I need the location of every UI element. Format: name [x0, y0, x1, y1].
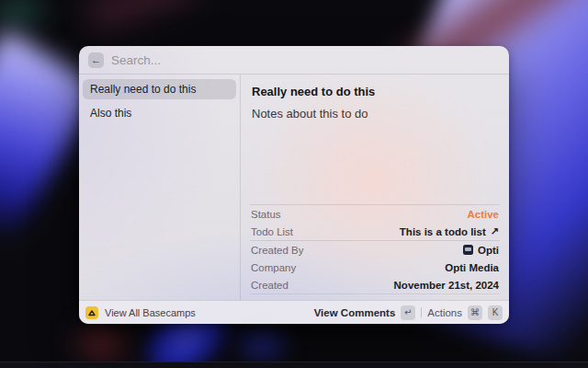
created-by-value: Opti — [463, 245, 499, 256]
detail-notes: Notes about this to do — [252, 107, 498, 121]
meta-label: Status — [251, 209, 281, 220]
main-area: Really need to do this Also this Really … — [79, 75, 509, 300]
command-palette-window: ← Really need to do this Also this Reall… — [79, 46, 509, 324]
divider — [250, 293, 500, 294]
view-all-basecamps-button[interactable]: View All Basecamps — [105, 307, 196, 318]
todo-list-link-label: This is a todo list — [400, 226, 486, 237]
created-date-value: November 21st, 2024 — [394, 280, 499, 291]
list-item-label: Really need to do this — [90, 83, 196, 96]
arrow-up-right-icon: ↗ — [491, 225, 499, 237]
mountain-glyph — [87, 308, 96, 317]
meta-row-created: Created November 21st, 2024 — [241, 276, 509, 293]
actions-button[interactable]: Actions — [427, 307, 462, 318]
status-badge: Active — [467, 209, 499, 220]
list-item-label: Also this — [90, 107, 131, 120]
todo-list-link[interactable]: This is a todo list ↗ — [400, 225, 499, 237]
wallpaper-bottom-red-glow — [68, 317, 137, 368]
view-comments-button[interactable]: View Comments — [314, 307, 396, 318]
wallpaper-floor-strip — [0, 362, 588, 368]
search-bar: ← — [79, 46, 509, 75]
metadata-section: Status Active Todo List This is a todo l… — [241, 204, 509, 300]
wallpaper-bottom-blue-glow-2 — [230, 324, 294, 365]
meta-label: Created — [251, 280, 288, 291]
detail-pane: Really need to do this Notes about this … — [241, 75, 509, 300]
meta-label: Todo List — [251, 226, 293, 237]
list-item-also-this[interactable]: Also this — [83, 103, 236, 123]
footer-bar: View All Basecamps View Comments ↵ Actio… — [79, 300, 509, 324]
search-input[interactable] — [111, 53, 500, 67]
detail-body: Really need to do this Notes about this … — [241, 75, 509, 204]
company-value: Opti Media — [445, 262, 499, 273]
meta-label: Created By — [251, 245, 304, 256]
return-key-icon: ↵ — [401, 305, 415, 320]
back-button[interactable]: ← — [88, 52, 104, 68]
k-key-icon: K — [488, 305, 503, 320]
todo-list-pane: Really need to do this Also this — [79, 75, 241, 300]
wallpaper-top-maroon-streak — [85, 0, 199, 32]
footer-separator — [421, 307, 422, 317]
detail-title: Really need to do this — [252, 85, 498, 98]
list-item-really-need-to-do-this[interactable]: Really need to do this — [83, 79, 236, 99]
footer-actions: View Comments ↵ Actions ⌘ K — [314, 305, 503, 320]
meta-row-todo-list: Todo List This is a todo list ↗ — [241, 223, 509, 240]
opti-avatar-icon — [463, 245, 473, 255]
meta-label: Company — [251, 262, 296, 273]
meta-row-company: Company Opti Media — [241, 259, 509, 276]
meta-row-status: Status Active — [241, 205, 509, 223]
command-key-icon: ⌘ — [468, 305, 482, 320]
meta-row-created-by: Created By Opti — [241, 241, 509, 259]
back-arrow-icon: ← — [91, 54, 101, 65]
created-by-name: Opti — [478, 245, 499, 256]
basecamp-icon — [85, 306, 98, 319]
